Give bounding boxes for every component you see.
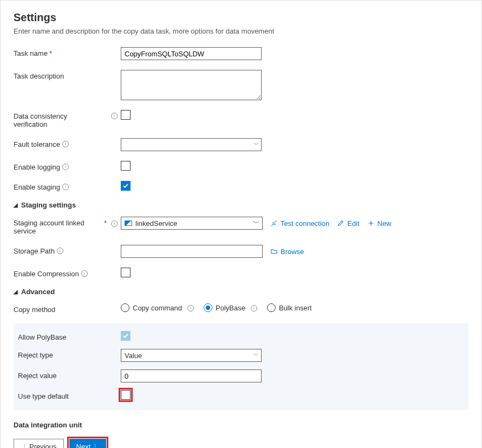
test-connection-icon bbox=[270, 219, 278, 227]
enable-staging-checkbox[interactable] bbox=[121, 181, 131, 191]
polybase-settings-block: Allow PolyBase Reject type Value ﹀ Rejec… bbox=[14, 323, 468, 410]
label-staging-linked-service: Staging account linked service * i bbox=[14, 217, 121, 235]
label-enable-logging: Enable logging i bbox=[14, 161, 121, 171]
chevron-left-icon: 〈 bbox=[21, 443, 26, 448]
pencil-icon bbox=[337, 219, 344, 227]
label-data-consistency: Data consistency verification i bbox=[14, 110, 121, 128]
task-description-input[interactable] bbox=[121, 70, 262, 100]
staging-settings-toggle[interactable]: ◢ Staging settings bbox=[14, 201, 468, 209]
wizard-footer: 〈 Previous Next 〉 bbox=[14, 439, 468, 448]
info-icon[interactable]: i bbox=[62, 184, 69, 190]
page-subtitle: Enter name and description for the copy … bbox=[14, 27, 468, 35]
radio-polybase[interactable]: PolyBase i bbox=[204, 303, 257, 312]
reject-type-select[interactable]: Value ﹀ bbox=[121, 349, 262, 362]
info-icon[interactable]: i bbox=[111, 113, 118, 119]
previous-button[interactable]: 〈 Previous bbox=[14, 439, 64, 448]
label-data-integration-unit: Data integration unit bbox=[14, 419, 121, 429]
info-icon[interactable]: i bbox=[251, 305, 257, 311]
chevron-down-icon: ﹀ bbox=[253, 352, 259, 359]
data-consistency-checkbox[interactable] bbox=[121, 110, 131, 120]
label-fault-tolerance: Fault tolerance i bbox=[14, 138, 121, 148]
label-storage-path: Storage Path i bbox=[14, 245, 121, 255]
label-reject-value: Reject value bbox=[18, 369, 121, 380]
advanced-toggle[interactable]: ◢ Advanced bbox=[14, 288, 468, 296]
label-reject-type: Reject type bbox=[18, 349, 121, 359]
label-use-type-default: Use type default bbox=[18, 390, 121, 400]
plus-icon bbox=[367, 219, 375, 227]
new-button[interactable]: New bbox=[367, 219, 392, 228]
enable-compression-checkbox[interactable] bbox=[121, 268, 131, 277]
info-icon[interactable]: i bbox=[62, 141, 69, 147]
storage-path-input[interactable] bbox=[121, 245, 263, 258]
linked-service-icon bbox=[125, 220, 132, 226]
allow-polybase-checkbox bbox=[121, 331, 131, 341]
info-icon[interactable]: i bbox=[187, 305, 194, 311]
reject-value-input[interactable] bbox=[121, 369, 262, 382]
label-allow-polybase: Allow PolyBase bbox=[18, 331, 121, 341]
label-copy-method: Copy method bbox=[14, 303, 121, 314]
label-enable-staging: Enable staging i bbox=[14, 181, 121, 191]
next-button[interactable]: Next 〉 bbox=[69, 439, 107, 448]
label-task-name: Task name* bbox=[14, 47, 121, 57]
chevron-down-icon: ﹀ bbox=[253, 218, 260, 228]
staging-linked-service-select[interactable]: linkedService ﹀ bbox=[121, 217, 263, 230]
edit-button[interactable]: Edit bbox=[337, 219, 359, 228]
settings-panel: Settings Enter name and description for … bbox=[0, 0, 482, 448]
radio-copy-command[interactable]: Copy command i bbox=[121, 303, 194, 312]
chevron-down-icon: ﹀ bbox=[253, 141, 259, 148]
browse-button[interactable]: Browse bbox=[270, 248, 304, 256]
label-enable-compression: Enable Compression i bbox=[14, 268, 121, 278]
chevron-right-icon: 〉 bbox=[94, 443, 99, 448]
collapse-icon: ◢ bbox=[14, 202, 18, 208]
fault-tolerance-select[interactable]: ﹀ bbox=[121, 138, 262, 151]
collapse-icon: ◢ bbox=[14, 289, 18, 295]
info-icon[interactable]: i bbox=[81, 270, 88, 277]
info-icon[interactable]: i bbox=[62, 164, 69, 170]
page-title: Settings bbox=[14, 11, 468, 24]
info-icon[interactable]: i bbox=[57, 248, 63, 254]
info-icon[interactable]: i bbox=[111, 220, 118, 227]
use-type-default-checkbox[interactable] bbox=[121, 390, 131, 400]
enable-logging-checkbox[interactable] bbox=[121, 161, 131, 171]
task-name-input[interactable] bbox=[121, 47, 262, 60]
label-task-description: Task description bbox=[14, 70, 121, 80]
folder-icon bbox=[270, 248, 278, 255]
radio-bulk-insert[interactable]: Bulk insert bbox=[267, 303, 312, 312]
test-connection-button[interactable]: Test connection bbox=[270, 219, 329, 228]
